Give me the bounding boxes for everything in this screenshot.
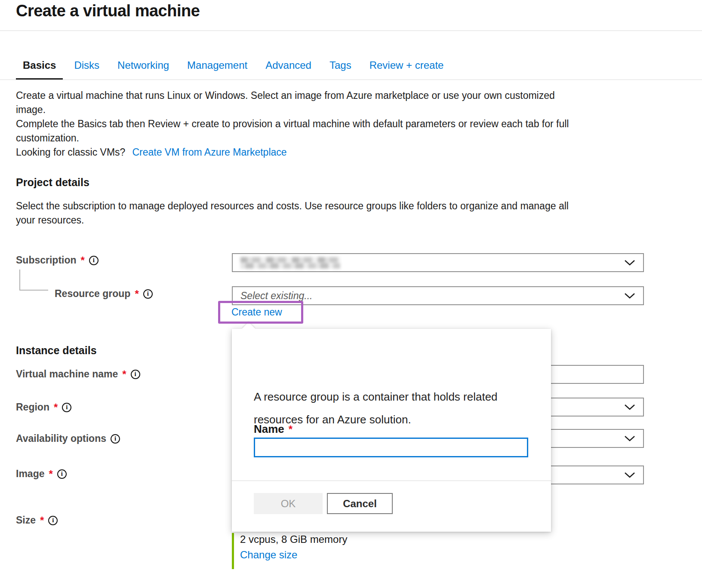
size-label: Size bbox=[16, 514, 36, 526]
availability-label: Availability options bbox=[16, 433, 106, 444]
classic-vms-row: Looking for classic VMs? Create VM from … bbox=[16, 145, 287, 159]
region-label-row: Region * i bbox=[16, 401, 71, 413]
tab-management[interactable]: Management bbox=[180, 59, 254, 80]
cancel-button[interactable]: Cancel bbox=[327, 493, 393, 514]
popup-description: A resource group is a container that hol… bbox=[254, 386, 520, 431]
popup-name-input[interactable] bbox=[254, 438, 528, 457]
tab-bar-divider bbox=[0, 80, 702, 80]
info-icon[interactable]: i bbox=[131, 370, 140, 379]
resource-group-label-row: Resource group * i bbox=[55, 288, 153, 300]
popup-divider bbox=[232, 481, 551, 481]
instance-details-heading: Instance details bbox=[16, 344, 97, 357]
create-new-link[interactable]: Create new bbox=[231, 306, 282, 318]
resource-group-placeholder: Select existing... bbox=[240, 290, 312, 302]
tab-review-create[interactable]: Review + create bbox=[363, 59, 451, 80]
ok-button[interactable]: OK bbox=[254, 493, 323, 514]
vm-name-label-row: Virtual machine name * i bbox=[16, 368, 140, 380]
popup-name-label: Name bbox=[254, 423, 284, 436]
size-label-row: Size * i bbox=[16, 514, 58, 526]
chevron-down-icon bbox=[624, 259, 635, 266]
image-label: Image bbox=[16, 468, 44, 480]
required-asterisk: * bbox=[81, 255, 85, 266]
project-details-heading: Project details bbox=[16, 176, 89, 189]
project-details-description: Select the subscription to manage deploy… bbox=[16, 199, 618, 227]
tab-advanced[interactable]: Advanced bbox=[259, 59, 318, 80]
required-asterisk: * bbox=[135, 289, 139, 299]
info-icon[interactable]: i bbox=[89, 256, 99, 265]
tree-connector-horizontal bbox=[19, 290, 48, 291]
info-icon[interactable]: i bbox=[48, 516, 58, 525]
info-icon[interactable]: i bbox=[143, 289, 153, 299]
info-icon[interactable]: i bbox=[111, 434, 120, 444]
intro-text: Create a virtual machine that runs Linux… bbox=[16, 89, 614, 145]
change-size-link[interactable]: Change size bbox=[240, 549, 347, 561]
tab-disks[interactable]: Disks bbox=[67, 59, 106, 80]
chevron-down-icon bbox=[624, 292, 635, 299]
resource-group-label: Resource group bbox=[55, 288, 130, 300]
region-label: Region bbox=[16, 401, 49, 413]
tree-connector-vertical bbox=[19, 270, 20, 291]
subscription-label-row: Subscription * i bbox=[16, 254, 99, 266]
subscription-label: Subscription bbox=[16, 254, 77, 266]
info-icon[interactable]: i bbox=[57, 469, 67, 479]
tab-bar: Basics Disks Networking Management Advan… bbox=[16, 59, 450, 80]
required-asterisk: * bbox=[122, 369, 126, 380]
info-icon[interactable]: i bbox=[62, 403, 71, 412]
required-asterisk: * bbox=[40, 515, 44, 526]
size-summary: 2 vcpus, 8 GiB memory Change size bbox=[232, 533, 347, 569]
chevron-down-icon bbox=[624, 404, 635, 410]
popup-name-label-row: Name * bbox=[254, 423, 292, 436]
required-asterisk: * bbox=[49, 469, 52, 479]
subscription-dropdown[interactable] bbox=[232, 253, 644, 272]
vm-name-label: Virtual machine name bbox=[16, 368, 118, 380]
create-new-highlight-box: Create new bbox=[218, 301, 303, 324]
chevron-down-icon bbox=[624, 435, 635, 442]
header-divider bbox=[0, 31, 702, 31]
subscription-value-redacted bbox=[240, 257, 340, 269]
create-vm-page: Create a virtual machine Basics Disks Ne… bbox=[0, 0, 702, 588]
chevron-down-icon bbox=[624, 472, 635, 478]
availability-label-row: Availability options i bbox=[16, 433, 120, 444]
page-title: Create a virtual machine bbox=[16, 2, 200, 20]
tab-basics[interactable]: Basics bbox=[16, 59, 63, 80]
image-label-row: Image * i bbox=[16, 468, 67, 480]
tab-tags[interactable]: Tags bbox=[323, 59, 358, 80]
classic-vms-text: Looking for classic VMs? bbox=[16, 145, 125, 159]
required-asterisk: * bbox=[54, 402, 58, 413]
marketplace-link[interactable]: Create VM from Azure Marketplace bbox=[132, 145, 286, 159]
size-specs: 2 vcpus, 8 GiB memory bbox=[240, 533, 347, 545]
create-resource-group-popup: A resource group is a container that hol… bbox=[232, 329, 551, 532]
tab-networking[interactable]: Networking bbox=[111, 59, 176, 80]
required-asterisk: * bbox=[289, 424, 292, 435]
